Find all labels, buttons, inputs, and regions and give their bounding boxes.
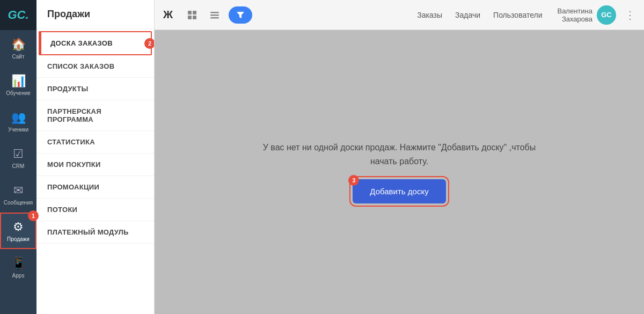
user-name: Валентина Захарова bbox=[557, 7, 592, 23]
topbar-nav-tasks[interactable]: Задачи bbox=[455, 11, 480, 19]
logo[interactable]: GC. bbox=[0, 0, 36, 30]
svg-rect-6 bbox=[210, 17, 219, 19]
sidebar-item-crm[interactable]: ☑ CRM bbox=[0, 140, 36, 176]
apps-icon: 📱 bbox=[11, 257, 26, 271]
topbar-title: Ж bbox=[163, 9, 173, 21]
avatar[interactable]: GC bbox=[597, 5, 616, 25]
sidebar-item-messages[interactable]: ✉ Сообщения bbox=[0, 176, 36, 213]
sidebar-menu-item-flows[interactable]: ПОТОКИ bbox=[36, 199, 154, 221]
more-menu-button[interactable]: ⋮ bbox=[625, 9, 635, 21]
sidebar-item-label: Сообщения bbox=[4, 200, 33, 206]
sales-icon: ⚙ bbox=[13, 220, 24, 234]
sidebar-item-label: CRM bbox=[12, 163, 25, 169]
sidebar-item-sales[interactable]: ⚙ Продажи 1 bbox=[0, 213, 36, 249]
sidebar-item-apps[interactable]: 📱 Apps bbox=[0, 249, 36, 286]
svg-rect-0 bbox=[188, 11, 192, 14]
sidebar-title: Продажи bbox=[36, 0, 154, 29]
sidebar-menu-item-products[interactable]: ПРОДУКТЫ bbox=[36, 78, 154, 100]
students-icon: 👥 bbox=[11, 111, 26, 125]
topbar: Ж bbox=[155, 0, 644, 30]
topbar-nav: Заказы Задачи Пользователи bbox=[417, 11, 542, 19]
icon-navigation: GC. 🏠 Сайт 📊 Обучение 👥 Ученики ☑ CRM ✉ … bbox=[0, 0, 36, 314]
sidebar-menu: ДОСКА ЗАКАЗОВ 2 СПИСОК ЗАКАЗОВ ПРОДУКТЫ … bbox=[36, 29, 154, 314]
sidebar-item-learning[interactable]: 📊 Обучение bbox=[0, 67, 36, 103]
topbar-nav-orders[interactable]: Заказы bbox=[417, 11, 442, 19]
sidebar-menu-item-partner[interactable]: ПАРТНЕРСКАЯ ПРОГРАММА bbox=[36, 100, 154, 131]
sidebar-item-label: Обучение bbox=[6, 90, 31, 96]
sidebar-menu-item-board[interactable]: ДОСКА ЗАКАЗОВ bbox=[40, 32, 151, 54]
empty-state: У вас нет ни одной доски продаж. Нажмите… bbox=[263, 141, 536, 203]
learning-icon: 📊 bbox=[11, 74, 26, 88]
svg-rect-5 bbox=[210, 14, 219, 16]
empty-state-text: У вас нет ни одной доски продаж. Нажмите… bbox=[263, 141, 536, 168]
sidebar-menu-item-purchases[interactable]: МОИ ПОКУПКИ bbox=[36, 154, 154, 176]
add-board-button[interactable]: Добавить доску bbox=[353, 179, 445, 203]
site-icon: 🏠 bbox=[11, 38, 26, 52]
topbar-user: Валентина Захарова GC ⋮ bbox=[557, 5, 635, 25]
svg-rect-4 bbox=[210, 12, 219, 13]
sidebar-menu-item-list[interactable]: СПИСОК ЗАКАЗОВ bbox=[36, 55, 154, 78]
sidebar-item-label: Ученики bbox=[8, 127, 28, 133]
sidebar-item-label: Apps bbox=[12, 273, 25, 279]
user-name-line2: Захарова bbox=[557, 15, 592, 23]
content-area: У вас нет ни одной доски продаж. Нажмите… bbox=[155, 30, 644, 314]
svg-rect-2 bbox=[188, 16, 192, 19]
crm-icon: ☑ bbox=[13, 147, 24, 161]
sidebar-item-site[interactable]: 🏠 Сайт bbox=[0, 30, 36, 67]
messages-icon: ✉ bbox=[13, 184, 23, 198]
sidebar-menu-item-stats[interactable]: СТАТИСТИКА bbox=[36, 131, 154, 154]
sidebar-item-students[interactable]: 👥 Ученики bbox=[0, 103, 36, 140]
sidebar-menu-item-payment[interactable]: ПЛАТЕЖНЫЙ МОДУЛЬ bbox=[36, 221, 154, 244]
step-badge-2: 2 bbox=[144, 38, 154, 49]
svg-marker-7 bbox=[237, 12, 244, 18]
sidebar-item-label: Сайт bbox=[12, 54, 24, 60]
list-view-button[interactable] bbox=[206, 6, 223, 24]
svg-rect-3 bbox=[193, 16, 196, 19]
topbar-icons bbox=[184, 6, 252, 24]
step-badge-3: 3 bbox=[348, 175, 359, 186]
user-name-line1: Валентина bbox=[557, 7, 592, 15]
sidebar-item-label: Продажи bbox=[7, 236, 30, 242]
sidebar-menu-item-promo[interactable]: ПРОМОАКЦИИ bbox=[36, 176, 154, 199]
main-area: Ж bbox=[155, 0, 644, 314]
filter-button[interactable] bbox=[229, 6, 252, 24]
logo-text: GC. bbox=[8, 8, 28, 22]
sidebar: Продажи ДОСКА ЗАКАЗОВ 2 СПИСОК ЗАКАЗОВ П… bbox=[36, 0, 155, 314]
grid-view-button[interactable] bbox=[184, 6, 201, 24]
svg-rect-1 bbox=[193, 11, 196, 14]
topbar-nav-users[interactable]: Пользователи bbox=[493, 11, 542, 19]
